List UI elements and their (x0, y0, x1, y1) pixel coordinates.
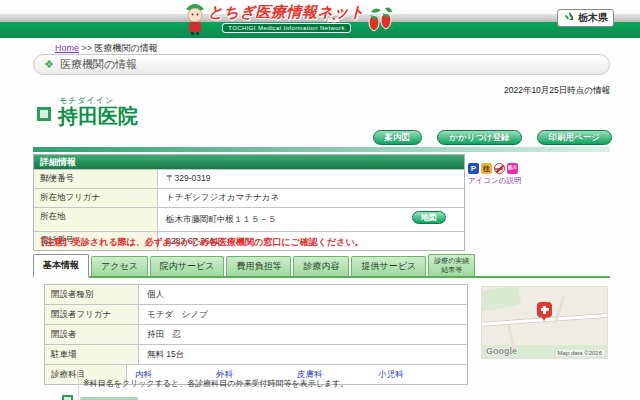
breadcrumb-separator: >> (82, 43, 93, 53)
map-marker-icon (537, 302, 552, 317)
tochigi-pref-button[interactable]: 栃木県 (557, 9, 614, 27)
basic-info-table: 開設者種別 個人 開設者フリガナ モチダ シノブ 開設者 持田 忍 駐車場 無料… (44, 284, 468, 385)
table-row: 所在地フリガナ トチギシフジオカマチナカネ (34, 188, 464, 207)
departments-footnote: ※科目名をクリックすると、各診療科目の外来受付時間等を表示します。 (83, 378, 348, 389)
row-value: 個人 (139, 285, 467, 304)
tab-medical-content[interactable]: 診療内容 (293, 256, 349, 276)
data-date-note: 2022年10月25日時点の情報 (504, 85, 610, 97)
row-label: 開設者フリガナ (45, 305, 139, 324)
site-logo: とちぎ医療情報ネット TOCHIGI Medical Information N… (182, 0, 395, 38)
house-call-icon: 往 (481, 163, 492, 174)
map-thumbnail[interactable]: Google Map data ©2026 (481, 286, 608, 359)
pref-label: 栃木県 (578, 11, 608, 25)
row-value: 持田 忍 (139, 325, 467, 344)
row-label: 開設者 (45, 325, 139, 344)
tab-cost-burden[interactable]: 費用負担等 (226, 256, 291, 276)
facility-square-icon (37, 107, 51, 121)
diamond-icon: ❖ (44, 59, 54, 70)
map-park-area (481, 286, 521, 313)
tab-in-hospital-services[interactable]: 院内サービス (150, 256, 225, 276)
row-label: 駐車場 (45, 345, 139, 364)
address-text: 栃木市藤岡町中根１１５－５ (166, 214, 277, 226)
guide-map-button[interactable]: 案内図 (373, 130, 423, 145)
tab-provided-services[interactable]: 提供サービス (351, 256, 426, 276)
site-title: とちぎ医療情報ネット (208, 3, 365, 22)
tab-results[interactable]: 診療の実績 結果等 (428, 254, 475, 276)
row-value: 栃木市藤岡町中根１１５－５ 地図 (158, 208, 464, 231)
page: とちぎ医療情報ネット TOCHIGI Medical Information N… (0, 0, 640, 400)
tab-bar: 基本情報 アクセス 院内サービス 費用負担等 診療内容 提供サービス 診療の実績… (33, 250, 610, 278)
strawberries-icon (365, 0, 395, 40)
row-label: 郵便番号 (34, 170, 158, 188)
facility-name: 持田医院 (58, 103, 138, 130)
icon-legend-link[interactable]: アイコンの説明 (468, 176, 521, 186)
family-doctor-register-button[interactable]: かかりつけ登録 (437, 130, 522, 145)
table-row: 開設者フリガナ モチダ シノブ (45, 304, 467, 324)
department-link-pediatrics[interactable]: 小児科 (378, 369, 459, 381)
notice-text: 【注意】受診される際は、必ずあらかじめ各医療機関の窓口にご確認ください。 (36, 236, 364, 249)
row-value: モチダ シノブ (139, 305, 467, 324)
detail-table-header: 詳細情報 (34, 155, 464, 169)
divider (78, 369, 79, 400)
google-logo: Google (486, 346, 517, 356)
table-row: 所在地 栃木市藤岡町中根１１５－５ 地図 (34, 207, 464, 231)
map-attribution: Map data ©2026 (556, 350, 604, 356)
next-section-square-icon (62, 395, 73, 400)
map-button[interactable]: 地図 (412, 211, 446, 224)
table-row: 郵便番号 〒329-0319 (34, 169, 464, 188)
pref-leaf-icon (563, 11, 575, 25)
row-value: 無料 15台 (139, 345, 467, 364)
tab-access[interactable]: アクセス (91, 256, 148, 276)
row-value: トチギシフジオカマチナカネ (158, 189, 464, 207)
row-label: 所在地 (34, 208, 158, 231)
no-smoking-icon (494, 163, 505, 174)
action-buttons: 案内図 かかりつけ登録 印刷用ページ (373, 130, 612, 145)
table-row: 開設者種別 個人 (45, 285, 467, 304)
row-value: 〒329-0319 (158, 170, 464, 188)
print-page-button[interactable]: 印刷用ページ (537, 130, 612, 145)
mascot-icon (182, 0, 208, 40)
section-header: ❖ 医療機関の情報 (33, 54, 610, 75)
title-underline-bar (33, 147, 610, 152)
icon-legend: P 往 処方 アイコンの説明 (468, 163, 521, 186)
section-title: 医療機関の情報 (60, 57, 137, 72)
parking-icon: P (468, 163, 479, 174)
row-label: 所在地フリガナ (34, 189, 158, 207)
prescription-icon: 処方 (507, 163, 518, 174)
table-row: 駐車場 無料 15台 (45, 344, 467, 364)
tab-basic-info[interactable]: 基本情報 (33, 254, 89, 278)
row-label: 開設者種別 (45, 285, 139, 304)
breadcrumb-home-link[interactable]: Home (55, 43, 79, 53)
site-subtitle: TOCHIGI Medical Information Network (222, 23, 351, 33)
breadcrumb-current: 医療機関の情報 (95, 43, 158, 53)
table-row: 開設者 持田 忍 (45, 324, 467, 344)
